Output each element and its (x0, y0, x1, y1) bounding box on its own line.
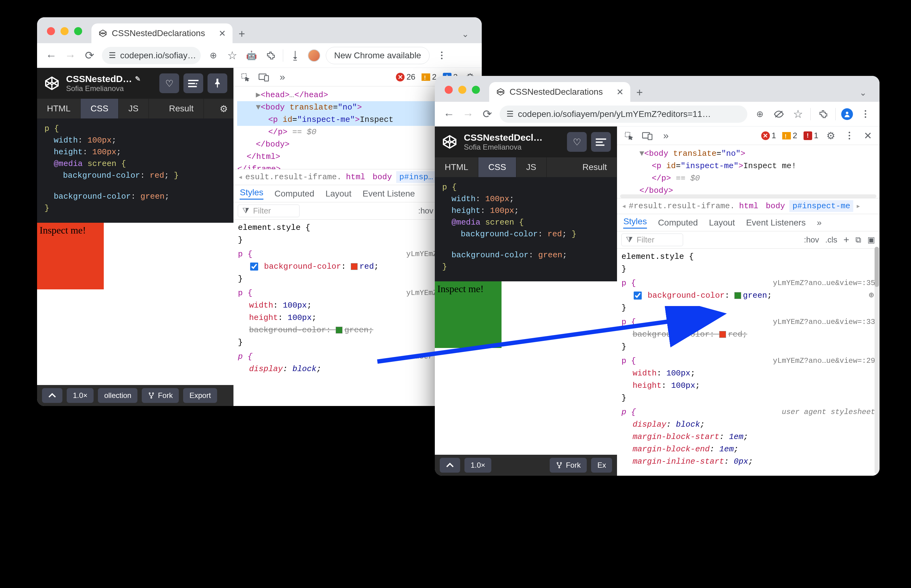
subtab-events[interactable]: Event Listeners (746, 218, 806, 228)
back-icon[interactable]: ← (442, 107, 456, 121)
fork-button[interactable]: Fork (550, 458, 587, 473)
subtab-styles[interactable]: Styles (240, 187, 263, 200)
devtools-close-icon[interactable]: ✕ (862, 129, 874, 142)
new-tab-button[interactable]: + (630, 83, 649, 102)
layout-square-icon[interactable]: ▣ (867, 235, 875, 245)
export-button[interactable]: Ex (591, 458, 612, 473)
pin-button[interactable] (207, 73, 227, 93)
settings-menu-button[interactable] (591, 132, 611, 152)
hov-toggle[interactable]: :hov (418, 206, 433, 216)
styles-rules[interactable]: element.style { } yLmYEmZ?ano…ue&view=:3… (617, 249, 880, 474)
cls-toggle[interactable]: .cls (825, 235, 837, 245)
browser-tab[interactable]: CSSNestedDeclarations ✕ (489, 82, 630, 102)
codepen-logo-icon[interactable] (43, 75, 60, 92)
subtab-layout[interactable]: Layout (326, 189, 352, 199)
copy-styles-icon[interactable]: ⧉ (856, 235, 861, 245)
dom-tree[interactable]: ▼<body translate="no"> <p id="inspect-me… (617, 145, 880, 194)
color-swatch-icon[interactable] (336, 327, 342, 333)
subtab-computed[interactable]: Computed (274, 189, 314, 199)
new-rule-icon[interactable]: + (843, 234, 849, 246)
new-tab-button[interactable]: + (233, 25, 251, 43)
profile-icon[interactable] (841, 108, 853, 120)
settings-menu-button[interactable] (183, 73, 203, 93)
tab-settings-icon[interactable]: ⚙ (214, 99, 233, 118)
tab-js[interactable]: JS (516, 157, 546, 177)
maximize-window-icon[interactable] (74, 27, 82, 35)
chevron-down-icon[interactable]: ⌄ (854, 83, 872, 102)
close-tab-icon[interactable]: ✕ (219, 28, 226, 39)
subtab-computed[interactable]: Computed (658, 218, 698, 228)
inspect-me-box[interactable]: Inspect me! (37, 223, 104, 289)
minimize-window-icon[interactable] (60, 27, 68, 35)
color-swatch-icon[interactable] (734, 292, 741, 299)
extensions-icon[interactable] (264, 49, 277, 62)
inspect-element-icon[interactable] (622, 129, 635, 142)
new-chrome-button[interactable]: New Chrome available (326, 47, 430, 64)
subtab-styles[interactable]: Styles (623, 216, 647, 229)
color-swatch-icon[interactable] (351, 263, 358, 270)
more-panels-icon[interactable]: » (660, 129, 672, 142)
close-window-icon[interactable] (445, 86, 453, 94)
devtools-scrollbar[interactable] (875, 247, 879, 474)
eye-closed-icon[interactable] (772, 107, 786, 121)
inspect-element-icon[interactable] (239, 71, 251, 83)
kebab-menu-icon[interactable] (859, 107, 872, 121)
back-icon[interactable]: ← (44, 49, 58, 62)
robot-icon[interactable]: 🤖 (245, 49, 258, 62)
device-toggle-icon[interactable] (258, 71, 270, 83)
reload-icon[interactable]: ⟳ (480, 107, 494, 121)
tab-css[interactable]: CSS (81, 99, 118, 118)
subtab-events[interactable]: Event Listene (363, 189, 415, 199)
css-editor[interactable]: p { width: 100px; height: 100px; @media … (37, 118, 233, 223)
styles-filter-input[interactable]: ⧩ Filter (621, 234, 683, 246)
maximize-window-icon[interactable] (472, 86, 480, 94)
color-swatch-icon[interactable] (719, 331, 726, 338)
devtools-settings-icon[interactable]: ⚙ (825, 129, 837, 142)
info-count[interactable]: !1 (804, 131, 819, 141)
browser-tab[interactable]: CSSNestedDeclarations ✕ (91, 23, 233, 43)
minimize-window-icon[interactable] (458, 86, 466, 94)
forward-icon[interactable]: → (461, 107, 475, 121)
close-window-icon[interactable] (47, 27, 55, 35)
styles-filter-input[interactable]: ⧩ Filter (238, 205, 300, 217)
chevron-down-icon[interactable]: ⌄ (456, 25, 474, 43)
more-panels-icon[interactable]: » (276, 71, 289, 83)
heart-button[interactable]: ♡ (567, 132, 587, 152)
kebab-menu-icon[interactable] (435, 49, 449, 62)
tab-result[interactable]: Result (572, 157, 617, 177)
tab-result[interactable]: Result (159, 99, 204, 118)
console-toggle-icon[interactable] (440, 458, 460, 473)
tab-html[interactable]: HTML (37, 99, 81, 118)
console-toggle-icon[interactable] (42, 388, 62, 403)
more-subtabs-icon[interactable]: » (817, 218, 822, 228)
bookmark-icon[interactable]: ☆ (791, 107, 805, 121)
reload-icon[interactable]: ⟳ (83, 49, 96, 62)
heart-button[interactable]: ♡ (159, 73, 179, 93)
prop-toggle[interactable] (634, 292, 642, 300)
warn-count[interactable]: !2 (421, 72, 436, 82)
collection-button[interactable]: ollection (98, 388, 138, 403)
add-prop-icon[interactable]: ⊕ (869, 289, 874, 302)
zoom-icon[interactable]: ⊕ (206, 49, 220, 62)
zoom-select[interactable]: 1.0× (464, 458, 491, 473)
tab-html[interactable]: HTML (435, 157, 478, 177)
close-tab-icon[interactable]: ✕ (616, 87, 624, 97)
device-toggle-icon[interactable] (641, 129, 653, 142)
error-count[interactable]: ✕1 (761, 131, 776, 141)
forward-icon[interactable]: → (63, 49, 77, 62)
export-button[interactable]: Export (183, 388, 217, 403)
tab-js[interactable]: JS (118, 99, 149, 118)
edit-title-icon[interactable]: ✎ (135, 75, 141, 83)
address-bar[interactable]: ☰ codepen.io/sofiay… (102, 47, 201, 64)
inspect-me-box[interactable]: Inspect me! (435, 281, 501, 348)
extensions-icon[interactable] (816, 107, 830, 121)
devtools-kebab-icon[interactable] (843, 129, 856, 142)
zoom-select[interactable]: 1.0× (67, 388, 94, 403)
site-settings-icon[interactable]: ☰ (506, 109, 514, 119)
download-icon[interactable]: ⭳ (289, 49, 302, 62)
zoom-icon[interactable]: ⊕ (753, 107, 767, 121)
subtab-layout[interactable]: Layout (709, 218, 735, 228)
error-count[interactable]: ✕26 (396, 72, 415, 82)
prop-toggle[interactable] (250, 263, 258, 271)
codepen-logo-icon[interactable] (441, 133, 458, 150)
